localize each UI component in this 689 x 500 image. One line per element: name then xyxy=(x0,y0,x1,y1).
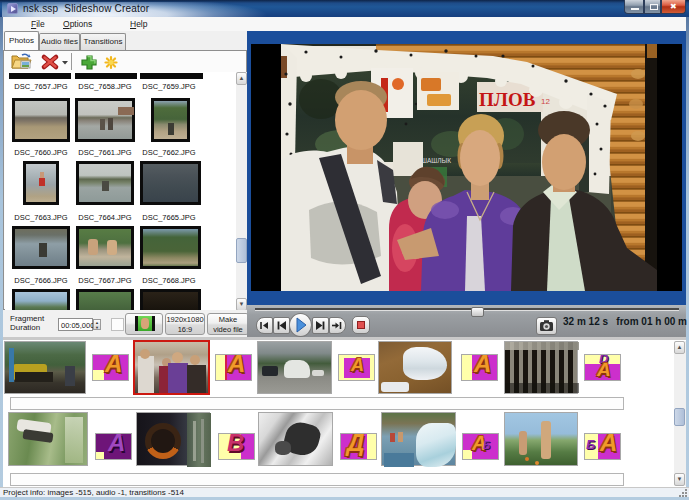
svg-text:12: 12 xyxy=(541,97,550,106)
svg-text:ШАШЛЫК: ШАШЛЫК xyxy=(421,157,451,164)
svg-text:ПЛОВ: ПЛОВ xyxy=(479,89,536,110)
